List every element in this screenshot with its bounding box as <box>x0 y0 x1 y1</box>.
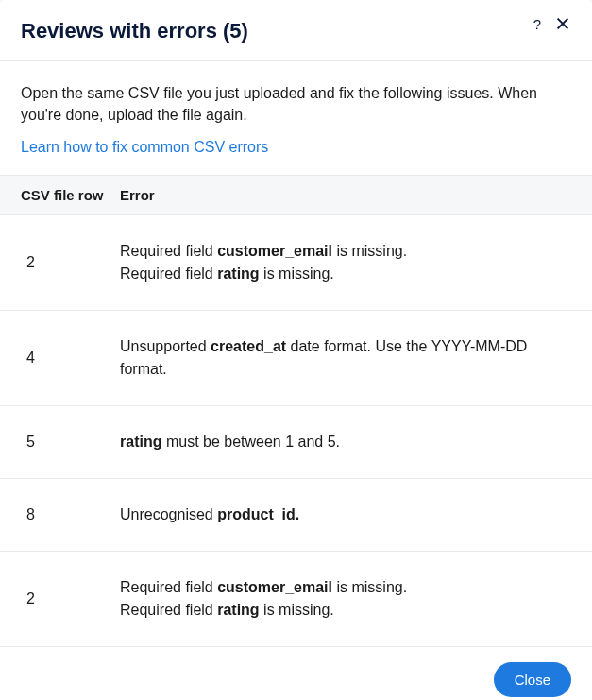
learn-link[interactable]: Learn how to fix common CSV errors <box>21 139 268 155</box>
csv-row-number: 2 <box>21 590 120 607</box>
help-icon[interactable]: ? <box>533 17 541 31</box>
modal-title: Reviews with errors (5) <box>21 19 533 43</box>
error-modal: Reviews with errors (5) ? Open the same … <box>0 0 592 700</box>
table-body: 2Required field customer_email is missin… <box>0 215 592 647</box>
error-message: Required field customer_email is missing… <box>120 576 571 622</box>
table-header-row: CSV file row <box>21 187 120 203</box>
errors-table: CSV file row Error 2Required field custo… <box>0 175 592 647</box>
error-message: Required field customer_email is missing… <box>120 240 571 285</box>
header-icons: ? <box>533 15 571 32</box>
modal-header: Reviews with errors (5) ? <box>0 0 592 61</box>
error-message: Unrecognised product_id. <box>120 504 571 526</box>
table-header-error: Error <box>120 187 571 203</box>
csv-row-number: 4 <box>21 350 120 367</box>
error-message: rating must be between 1 and 5. <box>120 431 571 453</box>
csv-row-number: 2 <box>21 254 120 271</box>
error-message: Unsupported created_at date format. Use … <box>120 335 571 381</box>
intro-text: Open the same CSV file you just uploaded… <box>21 82 571 126</box>
table-row: 8Unrecognised product_id. <box>0 479 592 552</box>
csv-row-number: 8 <box>21 506 120 523</box>
close-button[interactable]: Close <box>494 662 571 697</box>
csv-row-number: 5 <box>21 434 120 451</box>
modal-footer: Close <box>0 647 592 700</box>
intro-section: Open the same CSV file you just uploaded… <box>0 61 592 175</box>
table-row: 2Required field customer_email is missin… <box>0 552 592 647</box>
table-row: 5rating must be between 1 and 5. <box>0 406 592 479</box>
close-icon[interactable] <box>554 15 571 32</box>
table-header: CSV file row Error <box>0 175 592 215</box>
table-row: 4Unsupported created_at date format. Use… <box>0 311 592 406</box>
table-row: 2Required field customer_email is missin… <box>0 215 592 311</box>
